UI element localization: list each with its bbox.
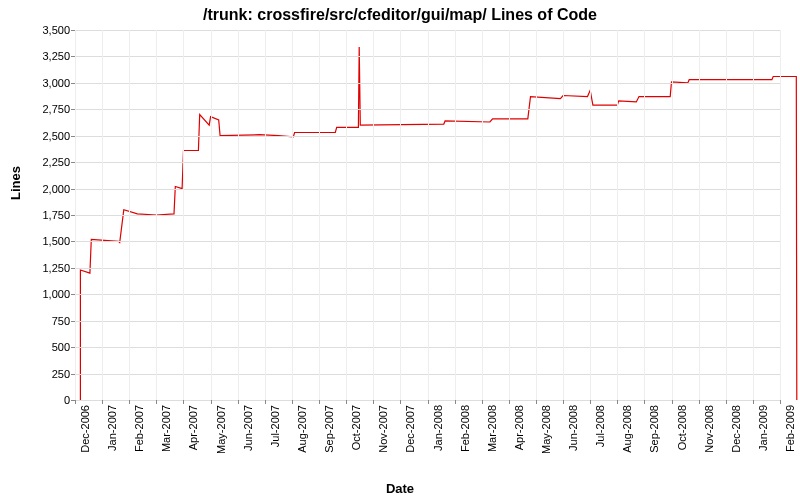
x-tick-mark — [672, 400, 673, 404]
y-tick-label: 250 — [25, 368, 70, 380]
x-tick-label: Feb-2009 — [784, 405, 796, 452]
y-tick-label: 3,250 — [25, 50, 70, 62]
x-tick-mark — [536, 400, 537, 404]
x-tick-mark — [726, 400, 727, 404]
x-tick-label: Feb-2008 — [459, 405, 471, 452]
x-tick-mark — [373, 400, 374, 404]
x-gridline — [75, 30, 76, 400]
x-tick-label: Jan-2007 — [106, 405, 118, 451]
x-tick-label: Oct-2007 — [350, 405, 362, 450]
x-tick-mark — [211, 400, 212, 404]
x-tick-label: Apr-2008 — [513, 405, 525, 450]
x-gridline — [238, 30, 239, 400]
x-tick-label: Jun-2008 — [567, 405, 579, 451]
x-gridline — [183, 30, 184, 400]
x-tick-label: Sep-2007 — [323, 405, 335, 453]
x-axis-label: Date — [0, 481, 800, 496]
x-tick-label: Nov-2008 — [703, 405, 715, 453]
x-tick-label: Jan-2008 — [432, 405, 444, 451]
x-tick-mark — [428, 400, 429, 404]
x-gridline — [129, 30, 130, 400]
y-tick-label: 2,250 — [25, 156, 70, 168]
x-tick-mark — [102, 400, 103, 404]
x-gridline — [211, 30, 212, 400]
x-tick-label: Aug-2007 — [296, 405, 308, 453]
x-gridline — [699, 30, 700, 400]
x-gridline — [536, 30, 537, 400]
x-tick-label: Feb-2007 — [133, 405, 145, 452]
x-tick-label: Apr-2007 — [187, 405, 199, 450]
x-gridline — [346, 30, 347, 400]
x-gridline — [672, 30, 673, 400]
y-tick-label: 0 — [25, 394, 70, 406]
y-tick-label: 1,750 — [25, 209, 70, 221]
x-gridline — [102, 30, 103, 400]
x-gridline — [265, 30, 266, 400]
x-gridline — [428, 30, 429, 400]
y-tick-label: 3,000 — [25, 77, 70, 89]
x-tick-mark — [590, 400, 591, 404]
x-gridline — [617, 30, 618, 400]
y-tick-label: 500 — [25, 341, 70, 353]
x-gridline — [780, 30, 781, 400]
x-tick-mark — [129, 400, 130, 404]
x-tick-mark — [346, 400, 347, 404]
x-tick-mark — [780, 400, 781, 404]
y-tick-label: 3,500 — [25, 24, 70, 36]
y-axis-label: Lines — [8, 166, 23, 200]
x-tick-label: Nov-2007 — [377, 405, 389, 453]
x-gridline — [455, 30, 456, 400]
x-tick-label: Jul-2008 — [594, 405, 606, 447]
x-tick-label: Aug-2008 — [621, 405, 633, 453]
x-tick-mark — [238, 400, 239, 404]
y-tick-label: 2,500 — [25, 130, 70, 142]
x-tick-label: Jul-2007 — [269, 405, 281, 447]
x-tick-mark — [455, 400, 456, 404]
x-tick-label: Dec-2006 — [79, 405, 91, 453]
x-gridline — [292, 30, 293, 400]
x-tick-label: May-2008 — [540, 405, 552, 454]
x-gridline — [156, 30, 157, 400]
x-tick-mark — [617, 400, 618, 404]
x-gridline — [563, 30, 564, 400]
x-gridline — [753, 30, 754, 400]
x-tick-mark — [75, 400, 76, 404]
y-tick-label: 2,000 — [25, 183, 70, 195]
y-tick-label: 1,500 — [25, 235, 70, 247]
x-tick-label: Jan-2009 — [757, 405, 769, 451]
x-tick-mark — [563, 400, 564, 404]
x-tick-mark — [183, 400, 184, 404]
x-gridline — [726, 30, 727, 400]
x-tick-mark — [156, 400, 157, 404]
x-tick-mark — [292, 400, 293, 404]
x-tick-mark — [699, 400, 700, 404]
chart-title: /trunk: crossfire/src/cfeditor/gui/map/ … — [0, 6, 800, 24]
x-gridline — [509, 30, 510, 400]
x-gridline — [644, 30, 645, 400]
x-tick-mark — [400, 400, 401, 404]
x-gridline — [319, 30, 320, 400]
x-gridline — [482, 30, 483, 400]
y-tick-label: 1,250 — [25, 262, 70, 274]
x-tick-mark — [753, 400, 754, 404]
x-tick-mark — [644, 400, 645, 404]
x-tick-mark — [509, 400, 510, 404]
x-tick-mark — [482, 400, 483, 404]
x-tick-label: Sep-2008 — [648, 405, 660, 453]
x-tick-mark — [319, 400, 320, 404]
x-gridline — [590, 30, 591, 400]
y-tick-label: 750 — [25, 315, 70, 327]
x-gridline — [400, 30, 401, 400]
x-tick-label: May-2007 — [215, 405, 227, 454]
x-gridline — [373, 30, 374, 400]
x-tick-label: Mar-2007 — [160, 405, 172, 452]
x-tick-label: Jun-2007 — [242, 405, 254, 451]
x-tick-label: Dec-2007 — [404, 405, 416, 453]
x-tick-label: Dec-2008 — [730, 405, 742, 453]
y-tick-label: 2,750 — [25, 103, 70, 115]
x-tick-label: Oct-2008 — [676, 405, 688, 450]
y-tick-label: 1,000 — [25, 288, 70, 300]
x-tick-label: Mar-2008 — [486, 405, 498, 452]
x-tick-mark — [265, 400, 266, 404]
